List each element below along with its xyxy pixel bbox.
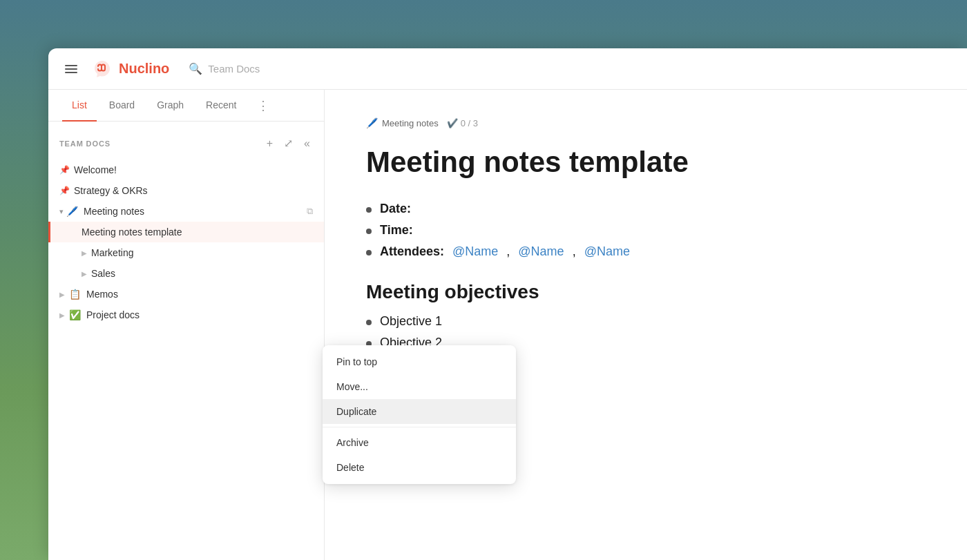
sidebar-item-meeting-notes[interactable]: ▾ 🖊️ Meeting notes ⧉ — [48, 201, 324, 222]
memos-icon: 📋 — [69, 289, 81, 300]
tab-bar: List Board Graph Recent ⋮ — [48, 90, 324, 122]
date-label: Date: — [380, 202, 411, 216]
attendee-2[interactable]: @Name — [518, 244, 564, 259]
bullet-attendees — [366, 250, 372, 255]
sidebar-item-sales[interactable]: ▶ Sales — [48, 263, 324, 284]
attendees-label: Attendees: — [380, 244, 444, 259]
tab-recent[interactable]: Recent — [196, 90, 246, 122]
attendee-3[interactable]: @Name — [584, 244, 630, 259]
sidebar: List Board Graph Recent ⋮ TEAM DOCS + ⤢ … — [48, 90, 325, 560]
doc-area: 🖊️ Meeting notes ✔️ 0 / 3 Meeting notes … — [325, 90, 967, 560]
context-menu-pin[interactable]: Pin to top — [323, 349, 516, 374]
tab-more-button[interactable]: ⋮ — [251, 91, 275, 120]
sidebar-item-meeting-notes-template-label: Meeting notes template — [82, 226, 313, 238]
doc-objective-1: Objective 1 — [366, 314, 926, 329]
doc-detail-time: Time: — [366, 223, 926, 238]
team-docs-title: TEAM DOCS — [59, 139, 111, 148]
context-menu-archive[interactable]: Archive — [323, 430, 516, 455]
bullet-date — [366, 207, 372, 213]
chevron-right-icon-marketing: ▶ — [82, 249, 87, 257]
breadcrumb: 🖊️ Meeting notes ✔️ 0 / 3 — [366, 117, 926, 128]
tab-graph[interactable]: Graph — [147, 90, 193, 122]
logo-area[interactable]: Nuclino — [91, 58, 169, 80]
bullet-time — [366, 229, 372, 234]
menu-button[interactable] — [62, 62, 80, 76]
tab-board[interactable]: Board — [99, 90, 144, 122]
doc-section-objectives: Meeting objectives Objective 1 Objective… — [366, 281, 926, 350]
nuclino-logo-icon — [91, 58, 113, 80]
context-menu-move[interactable]: Move... — [323, 374, 516, 399]
chevron-right-icon-memos: ▶ — [59, 291, 65, 298]
breadcrumb-progress: ✔️ 0 / 3 — [447, 118, 478, 128]
breadcrumb-icon: 🖊️ — [366, 117, 378, 128]
doc-section-objectives-title: Meeting objectives — [366, 281, 926, 303]
doc-section-details: Date: Time: Attendees: @Name, @Name, @Na… — [366, 202, 926, 259]
search-icon: 🔍 — [189, 62, 202, 75]
main-content: List Board Graph Recent ⋮ TEAM DOCS + ⤢ … — [48, 90, 967, 560]
sidebar-item-project-docs[interactable]: ▶ ✅ Project docs — [48, 305, 324, 325]
sidebar-item-welcome[interactable]: 📌 Welcome! — [48, 160, 324, 180]
sidebar-item-marketing[interactable]: ▶ Marketing — [48, 242, 324, 263]
meeting-notes-icon: 🖊️ — [66, 206, 78, 217]
objective-1-label: Objective 1 — [380, 314, 442, 329]
context-menu-duplicate[interactable]: Duplicate — [323, 399, 516, 424]
sidebar-item-strategy-label: Strategy & OKRs — [74, 185, 313, 196]
doc-details-list: Date: Time: Attendees: @Name, @Name, @Na… — [366, 202, 926, 259]
search-area[interactable]: 🔍 Team Docs — [180, 58, 268, 79]
copy-icon[interactable]: ⧉ — [307, 206, 313, 217]
project-docs-icon: ✅ — [69, 309, 81, 320]
tab-list[interactable]: List — [62, 90, 97, 122]
sidebar-item-strategy[interactable]: 📌 Strategy & OKRs — [48, 180, 324, 201]
pin-icon: 📌 — [59, 165, 70, 175]
sidebar-item-meeting-notes-label: Meeting notes — [84, 206, 307, 217]
attendee-1[interactable]: @Name — [452, 244, 498, 259]
logo-text: Nuclino — [119, 61, 169, 77]
time-label: Time: — [380, 223, 413, 238]
sidebar-item-meeting-notes-template[interactable]: Meeting notes template — [48, 222, 324, 242]
doc-title: Meeting notes template — [366, 145, 926, 180]
collapse-button[interactable]: « — [301, 136, 313, 151]
chevron-right-icon-project-docs: ▶ — [59, 311, 65, 319]
chevron-down-icon: ▾ — [59, 207, 64, 216]
sidebar-item-welcome-label: Welcome! — [74, 164, 313, 175]
sidebar-item-memos[interactable]: ▶ 📋 Memos — [48, 284, 324, 305]
context-menu-separator — [323, 427, 516, 427]
search-input[interactable]: Team Docs — [208, 63, 260, 75]
doc-detail-date: Date: — [366, 202, 926, 216]
header: Nuclino 🔍 Team Docs — [48, 48, 967, 90]
context-menu-delete[interactable]: Delete — [323, 455, 516, 480]
team-docs-header: TEAM DOCS + ⤢ « — [48, 133, 324, 160]
sidebar-item-marketing-label: Marketing — [91, 247, 313, 258]
context-menu: Pin to top Move... Duplicate Archive Del… — [323, 345, 516, 484]
chevron-right-icon-sales: ▶ — [82, 270, 87, 278]
sidebar-list: TEAM DOCS + ⤢ « 📌 Welcome! 📌 Strategy & … — [48, 122, 324, 560]
bullet-obj-1 — [366, 320, 372, 325]
breadcrumb-meeting-notes: 🖊️ Meeting notes — [366, 117, 439, 128]
expand-button[interactable]: ⤢ — [281, 135, 296, 151]
pin-icon-strategy: 📌 — [59, 186, 70, 195]
app-container: Nuclino 🔍 Team Docs List Board Graph Rec… — [48, 48, 967, 560]
sidebar-item-project-docs-label: Project docs — [86, 309, 313, 320]
sidebar-item-memos-label: Memos — [86, 289, 313, 300]
doc-detail-attendees: Attendees: @Name, @Name, @Name — [366, 244, 926, 259]
progress-text: 0 / 3 — [461, 118, 478, 128]
sidebar-item-sales-label: Sales — [91, 268, 313, 279]
breadcrumb-label: Meeting notes — [382, 118, 439, 128]
team-docs-actions: + ⤢ « — [264, 135, 313, 151]
add-button[interactable]: + — [264, 136, 276, 151]
progress-check-icon: ✔️ — [447, 118, 458, 128]
